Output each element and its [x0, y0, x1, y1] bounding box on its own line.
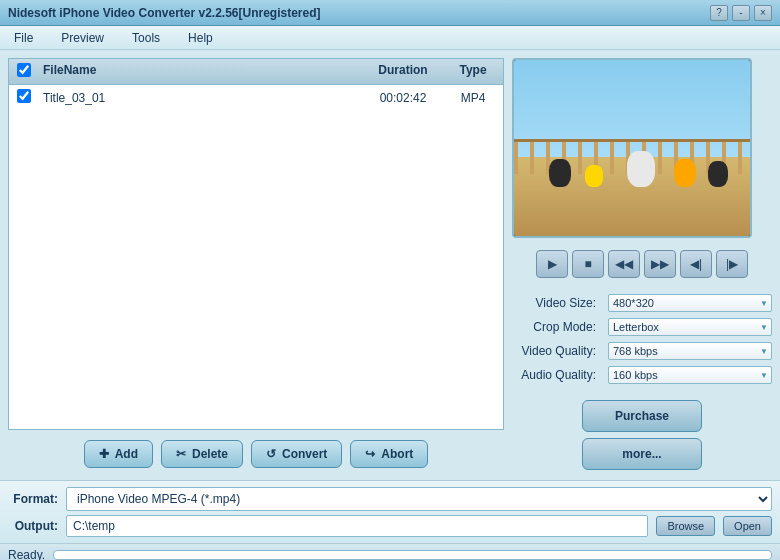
menu-help[interactable]: Help	[182, 29, 219, 47]
delete-icon: ✂	[176, 447, 186, 461]
menu-bar: File Preview Tools Help	[0, 26, 780, 50]
row-checkbox-1[interactable]	[17, 89, 31, 103]
character-3	[627, 151, 655, 187]
format-label: Format:	[8, 492, 58, 506]
character-5	[708, 161, 728, 187]
add-label: Add	[115, 447, 138, 461]
character-1	[549, 159, 571, 187]
menu-file[interactable]: File	[8, 29, 39, 47]
preview-box	[512, 58, 752, 238]
video-size-select[interactable]: 480*320 320*240 640*480	[608, 294, 772, 312]
action-buttons: ✚ Add ✂ Delete ↺ Convert ↪ Abort	[8, 436, 504, 472]
row-check-1	[9, 89, 39, 106]
menu-tools[interactable]: Tools	[126, 29, 166, 47]
output-label: Output:	[8, 519, 58, 533]
title-buttons: ? - ×	[710, 5, 772, 21]
status-text: Ready.	[8, 548, 45, 561]
close-button[interactable]: ×	[754, 5, 772, 21]
video-size-wrapper: 480*320 320*240 640*480	[608, 294, 772, 312]
video-quality-select[interactable]: 768 kbps 512 kbps 1024 kbps	[608, 342, 772, 360]
video-size-label: Video Size:	[512, 296, 602, 310]
col-header-type: Type	[443, 63, 503, 80]
cartoon-scene	[514, 60, 750, 236]
rewind-button[interactable]: ◀◀	[608, 250, 640, 278]
col-header-duration: Duration	[363, 63, 443, 80]
character-4	[674, 159, 696, 187]
table-body: Title_03_01 00:02:42 MP4	[9, 85, 503, 110]
bottom-bar: Format: iPhone Video MPEG-4 (*.mp4) iPho…	[0, 480, 780, 543]
status-bar: Ready.	[0, 543, 780, 560]
crop-mode-select[interactable]: Letterbox Pan & Scan Fill	[608, 318, 772, 336]
player-controls: ▶ ■ ◀◀ ▶▶ ◀| |▶	[512, 246, 772, 282]
abort-icon: ↪	[365, 447, 375, 461]
audio-quality-label: Audio Quality:	[512, 368, 602, 382]
col-header-filename: FileName	[39, 63, 363, 80]
help-button[interactable]: ?	[710, 5, 728, 21]
row-filename-1: Title_03_01	[39, 91, 363, 105]
output-input[interactable]	[66, 515, 648, 537]
audio-quality-wrapper: 160 kbps 128 kbps 256 kbps	[608, 366, 772, 384]
main-content: FileName Duration Type Title_03_01 00:02…	[0, 50, 780, 480]
character-2	[585, 165, 603, 187]
video-quality-label: Video Quality:	[512, 344, 602, 358]
minimize-button[interactable]: -	[732, 5, 750, 21]
progress-bar	[53, 550, 772, 560]
col-header-check	[9, 63, 39, 80]
file-table: FileName Duration Type Title_03_01 00:02…	[8, 58, 504, 430]
format-row: Format: iPhone Video MPEG-4 (*.mp4) iPho…	[8, 487, 772, 511]
table-header: FileName Duration Type	[9, 59, 503, 85]
delete-button[interactable]: ✂ Delete	[161, 440, 243, 468]
to-end-button[interactable]: |▶	[716, 250, 748, 278]
settings-grid: Video Size: 480*320 320*240 640*480 Crop…	[512, 290, 772, 388]
open-button[interactable]: Open	[723, 516, 772, 536]
play-button[interactable]: ▶	[536, 250, 568, 278]
convert-button[interactable]: ↺ Convert	[251, 440, 342, 468]
right-panel: ▶ ■ ◀◀ ▶▶ ◀| |▶ Video Size: 480*320 320*…	[512, 58, 772, 472]
crop-mode-wrapper: Letterbox Pan & Scan Fill	[608, 318, 772, 336]
video-quality-wrapper: 768 kbps 512 kbps 1024 kbps	[608, 342, 772, 360]
crop-mode-label: Crop Mode:	[512, 320, 602, 334]
delete-label: Delete	[192, 447, 228, 461]
table-row: Title_03_01 00:02:42 MP4	[9, 87, 503, 108]
output-row: Output: Browse Open	[8, 515, 772, 537]
convert-icon: ↺	[266, 447, 276, 461]
title-text: Nidesoft iPhone Video Converter v2.2.56[…	[8, 6, 321, 20]
stop-button[interactable]: ■	[572, 250, 604, 278]
abort-label: Abort	[381, 447, 413, 461]
left-panel: FileName Duration Type Title_03_01 00:02…	[8, 58, 504, 472]
forward-button[interactable]: ▶▶	[644, 250, 676, 278]
purchase-button[interactable]: Purchase	[582, 400, 702, 432]
more-button[interactable]: more...	[582, 438, 702, 470]
menu-preview[interactable]: Preview	[55, 29, 110, 47]
format-select[interactable]: iPhone Video MPEG-4 (*.mp4) iPhone Video…	[66, 487, 772, 511]
browse-button[interactable]: Browse	[656, 516, 715, 536]
title-bar: Nidesoft iPhone Video Converter v2.2.56[…	[0, 0, 780, 26]
select-all-checkbox[interactable]	[17, 63, 31, 77]
add-icon: ✚	[99, 447, 109, 461]
abort-button[interactable]: ↪ Abort	[350, 440, 428, 468]
row-duration-1: 00:02:42	[363, 91, 443, 105]
audio-quality-select[interactable]: 160 kbps 128 kbps 256 kbps	[608, 366, 772, 384]
convert-label: Convert	[282, 447, 327, 461]
row-type-1: MP4	[443, 91, 503, 105]
to-start-button[interactable]: ◀|	[680, 250, 712, 278]
add-button[interactable]: ✚ Add	[84, 440, 153, 468]
